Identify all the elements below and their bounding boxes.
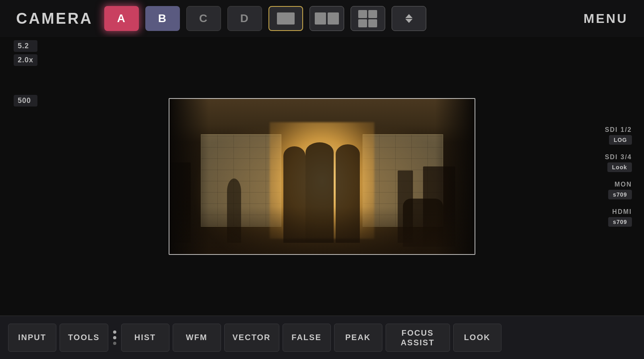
output-sdi34-label: SDI 3/4 [605, 154, 632, 161]
focus-assist-button[interactable]: FOCUS ASSIST [386, 324, 450, 352]
updown-icon [405, 14, 413, 23]
video-frame [169, 98, 475, 255]
camera-a-button[interactable]: A [104, 6, 139, 31]
single-view-icon [277, 12, 295, 25]
output-mon-label: MON [615, 181, 632, 188]
quad-view-button[interactable] [351, 6, 385, 31]
scene-right-dark [435, 98, 475, 255]
output-hdmi-label: HDMI [612, 208, 632, 215]
false-button[interactable]: FALSE [283, 324, 331, 352]
wfm-button[interactable]: WFM [173, 324, 221, 352]
hist-button[interactable]: HIST [121, 324, 169, 352]
video-canvas [169, 98, 475, 255]
dot-3 [113, 342, 116, 345]
top-bar: CAMERA A B C D MENU [0, 0, 644, 37]
scene-floor [169, 207, 475, 255]
output-hdmi: HDMI s709 [608, 208, 632, 227]
menu-button[interactable]: MENU [584, 11, 628, 26]
single-view-button[interactable] [268, 6, 303, 31]
camera-d-button[interactable]: D [227, 6, 262, 31]
output-sdi34: SDI 3/4 Look [605, 154, 632, 172]
value-badge-1: 5.2 [14, 40, 37, 52]
bottom-bar: INPUT TOOLS HIST WFM VECTOR FALSE PEAK F… [0, 316, 644, 359]
output-hdmi-badge: s709 [608, 217, 632, 227]
main-area: 5.2 2.0x 500 [0, 37, 644, 316]
tools-handle [111, 330, 118, 345]
output-sdi12-badge: LOG [609, 135, 632, 145]
quad-view-icon [358, 10, 377, 27]
dual-view-icon [315, 12, 339, 25]
dual-view-button[interactable] [310, 6, 344, 31]
dot-1 [113, 330, 116, 334]
camera-label: CAMERA [16, 10, 93, 27]
tools-button[interactable]: TOOLS [60, 324, 108, 352]
updown-button[interactable] [392, 6, 426, 31]
scene-left-dark [169, 98, 209, 255]
output-mon-badge: s709 [608, 190, 632, 199]
output-sdi12-label: SDI 1/2 [605, 126, 632, 133]
peak-button[interactable]: PEAK [334, 324, 382, 352]
focus-assist-line1: FOCUS [402, 328, 434, 338]
value-badge-3: 500 [14, 95, 37, 107]
input-button[interactable]: INPUT [8, 324, 56, 352]
dot-2 [113, 336, 116, 339]
vector-button[interactable]: VECTOR [224, 324, 279, 352]
left-values: 5.2 2.0x 500 [14, 37, 37, 107]
camera-c-button[interactable]: C [186, 6, 221, 31]
focus-assist-line2: ASSIST [400, 338, 434, 347]
value-badge-2: 2.0x [14, 54, 37, 66]
look-button[interactable]: LOOK [453, 324, 502, 352]
right-outputs: SDI 1/2 LOG SDI 3/4 Look MON s709 HDMI s… [605, 126, 632, 227]
output-sdi12: SDI 1/2 LOG [605, 126, 632, 145]
camera-b-button[interactable]: B [145, 6, 180, 31]
output-mon: MON s709 [608, 181, 632, 199]
output-sdi34-badge: Look [607, 162, 632, 172]
